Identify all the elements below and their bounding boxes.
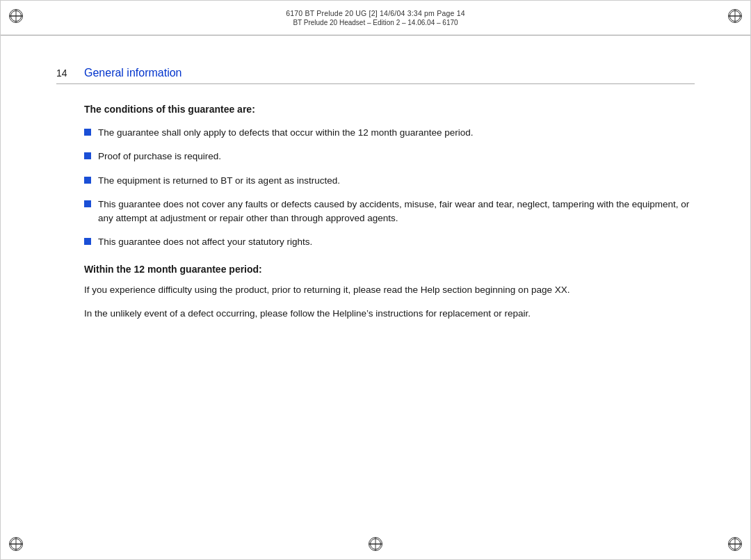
header-sub-line: BT Prelude 20 Headset – Edition 2 – 14.0…: [293, 19, 458, 26]
section2-heading: Within the 12 month guarantee period:: [84, 264, 695, 275]
bullet-text-1: The guarantee shall only apply to defect…: [98, 126, 695, 140]
list-item: This guarantee does not affect your stat…: [84, 235, 695, 249]
bullet-icon-2: [84, 152, 91, 159]
page-number: 14: [56, 67, 73, 79]
bullet-icon-4: [84, 200, 91, 207]
page-heading: 14 General information: [56, 39, 695, 79]
list-item: Proof of purchase is required.: [84, 150, 695, 163]
header-bar: 6170 BT Prelude 20 UG [2] 14/6/04 3:34 p…: [1, 1, 750, 35]
list-item: The equipment is returned to BT or its a…: [84, 174, 695, 188]
bullet-text-4: This guarantee does not cover any faults…: [98, 198, 695, 226]
header-top-line: 6170 BT Prelude 20 UG [2] 14/6/04 3:34 p…: [286, 9, 465, 17]
heading-divider: [56, 83, 695, 84]
bullet-icon-3: [84, 177, 91, 184]
list-item: The guarantee shall only apply to defect…: [84, 126, 695, 140]
reg-mark-bottom-center: [369, 537, 382, 551]
bullet-list: The guarantee shall only apply to defect…: [84, 126, 695, 250]
body-content: The conditions of this guarantee are: Th…: [56, 104, 695, 321]
bullet-icon-5: [84, 238, 91, 245]
bullet-text-5: This guarantee does not affect your stat…: [98, 235, 695, 249]
list-item: This guarantee does not cover any faults…: [84, 198, 695, 226]
page-title: General information: [84, 67, 182, 79]
paragraph-1: If you experience difficulty using the p…: [84, 283, 695, 297]
reg-mark-bottom-left: [9, 537, 23, 551]
reg-mark-bottom-right: [728, 537, 742, 551]
section1-heading: The conditions of this guarantee are:: [84, 104, 695, 115]
bullet-text-2: Proof of purchase is required.: [98, 150, 695, 163]
content-area: 14 General information The conditions of…: [56, 39, 695, 531]
paragraph-2: In the unlikely event of a defect occurr…: [84, 307, 695, 321]
page-container: 6170 BT Prelude 20 UG [2] 14/6/04 3:34 p…: [0, 0, 751, 560]
bullet-icon-1: [84, 129, 91, 136]
bullet-text-3: The equipment is returned to BT or its a…: [98, 174, 695, 188]
